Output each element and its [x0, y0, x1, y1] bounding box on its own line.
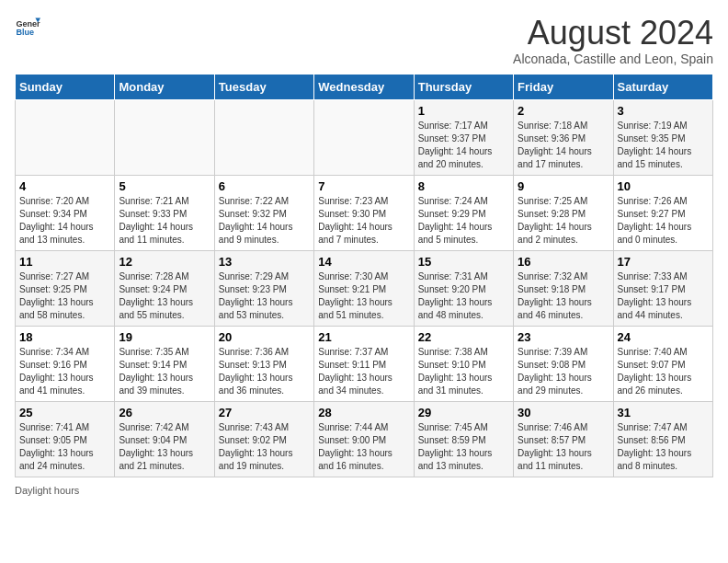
day-info: Sunrise: 7:25 AM Sunset: 9:28 PM Dayligh… [518, 195, 609, 247]
calendar-day-cell: 4Sunrise: 7:20 AM Sunset: 9:34 PM Daylig… [16, 175, 115, 250]
day-info: Sunrise: 7:47 AM Sunset: 8:56 PM Dayligh… [618, 421, 709, 473]
day-info: Sunrise: 7:39 AM Sunset: 9:08 PM Dayligh… [518, 346, 609, 397]
calendar-day-cell: 18Sunrise: 7:34 AM Sunset: 9:16 PM Dayli… [16, 326, 115, 401]
day-number: 5 [119, 179, 210, 193]
day-number: 7 [318, 179, 409, 193]
calendar-header: SundayMondayTuesdayWednesdayThursdayFrid… [16, 74, 713, 99]
day-info: Sunrise: 7:42 AM Sunset: 9:04 PM Dayligh… [119, 421, 210, 473]
calendar-week-row: 25Sunrise: 7:41 AM Sunset: 9:05 PM Dayli… [16, 401, 713, 477]
calendar-week-row: 4Sunrise: 7:20 AM Sunset: 9:34 PM Daylig… [16, 175, 713, 250]
day-number: 29 [418, 406, 509, 419]
day-number: 24 [618, 330, 709, 344]
day-number: 31 [618, 406, 709, 419]
day-number: 4 [19, 179, 110, 193]
calendar-day-cell: 1Sunrise: 7:17 AM Sunset: 9:37 PM Daylig… [414, 99, 513, 175]
day-number: 26 [119, 406, 210, 419]
day-number: 15 [418, 255, 509, 269]
day-info: Sunrise: 7:20 AM Sunset: 9:34 PM Dayligh… [19, 195, 110, 247]
day-number: 16 [518, 255, 609, 269]
calendar-day-cell: 29Sunrise: 7:45 AM Sunset: 8:59 PM Dayli… [414, 401, 513, 477]
day-number: 8 [418, 179, 509, 193]
day-number: 19 [119, 330, 210, 344]
calendar-day-cell: 16Sunrise: 7:32 AM Sunset: 9:18 PM Dayli… [514, 250, 613, 326]
day-info: Sunrise: 7:45 AM Sunset: 8:59 PM Dayligh… [418, 421, 509, 473]
calendar-day-cell: 2Sunrise: 7:18 AM Sunset: 9:36 PM Daylig… [514, 99, 613, 175]
day-of-week-header: Saturday [613, 74, 712, 99]
day-info: Sunrise: 7:34 AM Sunset: 9:16 PM Dayligh… [19, 346, 110, 397]
day-number: 9 [518, 179, 609, 193]
day-number: 20 [219, 330, 310, 344]
day-info: Sunrise: 7:35 AM Sunset: 9:14 PM Dayligh… [119, 346, 210, 397]
day-info: Sunrise: 7:21 AM Sunset: 9:33 PM Dayligh… [119, 195, 210, 247]
day-info: Sunrise: 7:23 AM Sunset: 9:30 PM Dayligh… [318, 195, 409, 247]
calendar-day-cell [16, 99, 115, 175]
day-info: Sunrise: 7:33 AM Sunset: 9:17 PM Dayligh… [618, 270, 709, 322]
calendar-day-cell: 9Sunrise: 7:25 AM Sunset: 9:28 PM Daylig… [514, 175, 613, 250]
days-of-week-row: SundayMondayTuesdayWednesdayThursdayFrid… [16, 74, 713, 99]
calendar-day-cell [314, 99, 414, 175]
calendar-day-cell: 8Sunrise: 7:24 AM Sunset: 9:29 PM Daylig… [414, 175, 513, 250]
day-info: Sunrise: 7:24 AM Sunset: 9:29 PM Dayligh… [418, 195, 509, 247]
day-of-week-header: Wednesday [314, 74, 414, 99]
calendar-week-row: 1Sunrise: 7:17 AM Sunset: 9:37 PM Daylig… [16, 99, 713, 175]
calendar-day-cell: 17Sunrise: 7:33 AM Sunset: 9:17 PM Dayli… [613, 250, 712, 326]
calendar-day-cell: 31Sunrise: 7:47 AM Sunset: 8:56 PM Dayli… [613, 401, 712, 477]
calendar-day-cell: 20Sunrise: 7:36 AM Sunset: 9:13 PM Dayli… [214, 326, 313, 401]
day-number: 30 [518, 406, 609, 419]
logo: General Blue [15, 15, 40, 40]
day-number: 27 [219, 406, 310, 419]
location-subtitle: Alconada, Castille and Leon, Spain [513, 52, 713, 66]
calendar-body: 1Sunrise: 7:17 AM Sunset: 9:37 PM Daylig… [16, 99, 713, 477]
day-info: Sunrise: 7:36 AM Sunset: 9:13 PM Dayligh… [219, 346, 310, 397]
day-info: Sunrise: 7:29 AM Sunset: 9:23 PM Dayligh… [219, 270, 310, 322]
calendar-day-cell: 3Sunrise: 7:19 AM Sunset: 9:35 PM Daylig… [613, 99, 712, 175]
calendar-day-cell: 15Sunrise: 7:31 AM Sunset: 9:20 PM Dayli… [414, 250, 513, 326]
day-number: 17 [618, 255, 709, 269]
day-number: 23 [518, 330, 609, 344]
day-info: Sunrise: 7:32 AM Sunset: 9:18 PM Dayligh… [518, 270, 609, 322]
day-info: Sunrise: 7:19 AM Sunset: 9:35 PM Dayligh… [618, 120, 709, 171]
day-info: Sunrise: 7:44 AM Sunset: 9:00 PM Dayligh… [318, 421, 409, 473]
day-info: Sunrise: 7:40 AM Sunset: 9:07 PM Dayligh… [618, 346, 709, 397]
day-info: Sunrise: 7:18 AM Sunset: 9:36 PM Dayligh… [518, 120, 609, 171]
day-number: 21 [318, 330, 409, 344]
day-number: 10 [618, 179, 709, 193]
calendar-day-cell: 5Sunrise: 7:21 AM Sunset: 9:33 PM Daylig… [115, 175, 214, 250]
calendar-day-cell: 23Sunrise: 7:39 AM Sunset: 9:08 PM Dayli… [514, 326, 613, 401]
day-info: Sunrise: 7:22 AM Sunset: 9:32 PM Dayligh… [219, 195, 310, 247]
day-number: 3 [618, 104, 709, 118]
day-number: 6 [219, 179, 310, 193]
calendar-day-cell: 6Sunrise: 7:22 AM Sunset: 9:32 PM Daylig… [214, 175, 313, 250]
day-info: Sunrise: 7:30 AM Sunset: 9:21 PM Dayligh… [318, 270, 409, 322]
calendar-day-cell: 30Sunrise: 7:46 AM Sunset: 8:57 PM Dayli… [514, 401, 613, 477]
day-number: 12 [119, 255, 210, 269]
calendar-day-cell: 13Sunrise: 7:29 AM Sunset: 9:23 PM Dayli… [214, 250, 313, 326]
month-year-title: August 2024 [513, 15, 713, 52]
day-of-week-header: Friday [514, 74, 613, 99]
day-info: Sunrise: 7:41 AM Sunset: 9:05 PM Dayligh… [19, 421, 110, 473]
calendar-day-cell [214, 99, 313, 175]
day-info: Sunrise: 7:17 AM Sunset: 9:37 PM Dayligh… [418, 120, 509, 171]
day-number: 25 [19, 406, 110, 419]
calendar-week-row: 18Sunrise: 7:34 AM Sunset: 9:16 PM Dayli… [16, 326, 713, 401]
footer-note: Daylight hours [15, 485, 713, 496]
day-info: Sunrise: 7:37 AM Sunset: 9:11 PM Dayligh… [318, 346, 409, 397]
day-number: 18 [19, 330, 110, 344]
day-info: Sunrise: 7:26 AM Sunset: 9:27 PM Dayligh… [618, 195, 709, 247]
day-info: Sunrise: 7:46 AM Sunset: 8:57 PM Dayligh… [518, 421, 609, 473]
calendar-day-cell: 12Sunrise: 7:28 AM Sunset: 9:24 PM Dayli… [115, 250, 214, 326]
calendar-week-row: 11Sunrise: 7:27 AM Sunset: 9:25 PM Dayli… [16, 250, 713, 326]
calendar-day-cell: 22Sunrise: 7:38 AM Sunset: 9:10 PM Dayli… [414, 326, 513, 401]
logo-icon: General Blue [15, 15, 40, 40]
calendar-day-cell: 24Sunrise: 7:40 AM Sunset: 9:07 PM Dayli… [613, 326, 712, 401]
header: General Blue August 2024 Alconada, Casti… [15, 15, 713, 66]
calendar-day-cell: 21Sunrise: 7:37 AM Sunset: 9:11 PM Dayli… [314, 326, 414, 401]
day-number: 22 [418, 330, 509, 344]
calendar-day-cell: 10Sunrise: 7:26 AM Sunset: 9:27 PM Dayli… [613, 175, 712, 250]
day-info: Sunrise: 7:31 AM Sunset: 9:20 PM Dayligh… [418, 270, 509, 322]
calendar-day-cell: 26Sunrise: 7:42 AM Sunset: 9:04 PM Dayli… [115, 401, 214, 477]
day-info: Sunrise: 7:43 AM Sunset: 9:02 PM Dayligh… [219, 421, 310, 473]
calendar-day-cell: 11Sunrise: 7:27 AM Sunset: 9:25 PM Dayli… [16, 250, 115, 326]
day-number: 13 [219, 255, 310, 269]
title-area: August 2024 Alconada, Castille and Leon,… [513, 15, 713, 66]
